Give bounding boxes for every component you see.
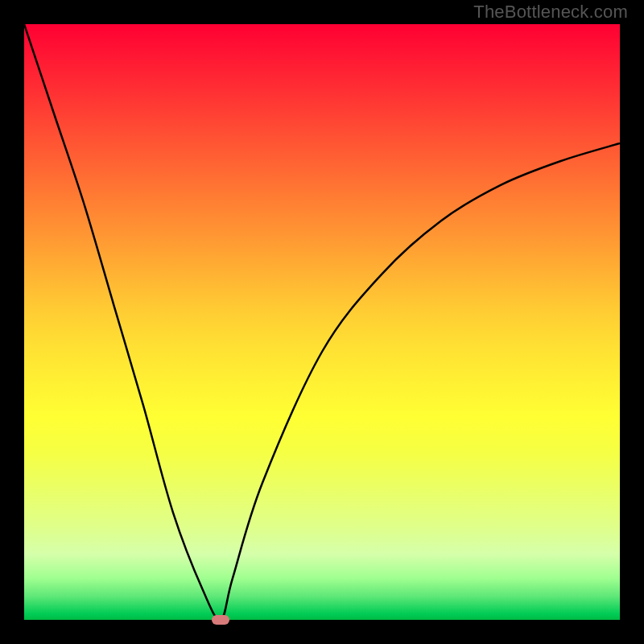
chart-plot-area — [24, 24, 620, 620]
bottleneck-curve — [24, 24, 620, 620]
optimal-point-marker — [212, 615, 229, 625]
watermark-text: TheBottleneck.com — [473, 2, 628, 23]
